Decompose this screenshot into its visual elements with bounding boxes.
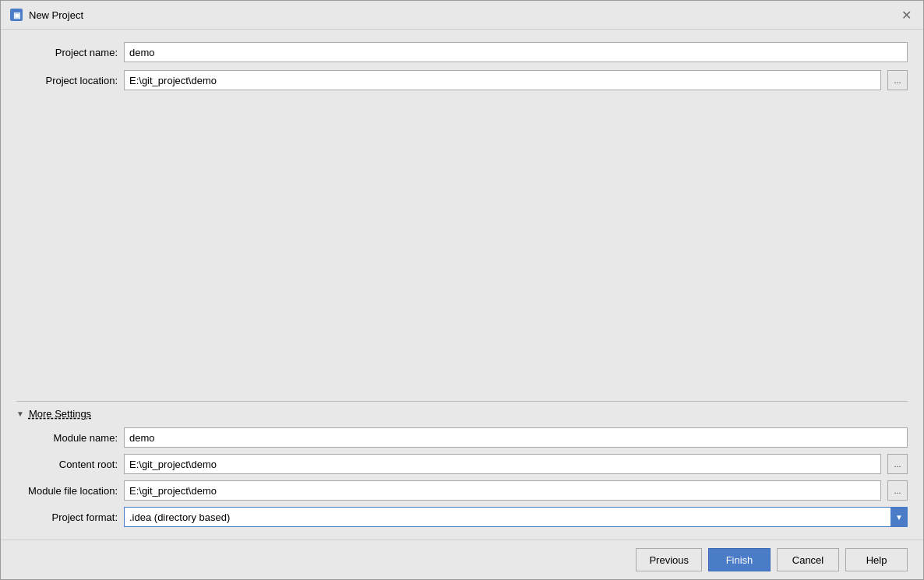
module-file-location-row: Module file location: ...	[16, 480, 908, 501]
content-root-label: Content root:	[16, 459, 118, 470]
module-file-location-label: Module file location:	[16, 485, 118, 497]
project-format-label: Project format:	[16, 511, 118, 523]
project-location-input[interactable]	[124, 70, 881, 90]
more-settings-section: ▼ More Settings Module name: Content roo…	[16, 401, 908, 527]
close-button[interactable]: ✕	[898, 7, 914, 23]
content-root-input[interactable]	[124, 454, 881, 474]
cancel-button[interactable]: Cancel	[777, 548, 839, 571]
previous-button[interactable]: Previous	[636, 548, 702, 571]
project-name-row: Project name:	[16, 42, 908, 62]
module-file-location-browse-button[interactable]: ...	[887, 480, 908, 501]
dialog-title: New Project	[29, 9, 83, 21]
project-format-select-wrapper: .idea (directory based) ▼	[124, 507, 908, 527]
title-bar-left: ▣ New Project	[10, 9, 83, 21]
content-root-browse-button[interactable]: ...	[887, 454, 908, 474]
more-settings-label: More Settings	[29, 408, 91, 420]
module-file-location-input[interactable]	[124, 480, 881, 501]
help-button[interactable]: Help	[845, 548, 908, 571]
module-name-row: Module name:	[16, 427, 908, 448]
content-spacer	[16, 98, 908, 393]
module-name-input[interactable]	[124, 427, 908, 448]
dialog-icon: ▣	[10, 9, 23, 21]
more-settings-header[interactable]: ▼ More Settings	[16, 408, 908, 427]
project-location-label: Project location:	[16, 75, 118, 86]
project-name-label: Project name:	[16, 47, 118, 58]
project-format-select[interactable]: .idea (directory based)	[124, 507, 908, 527]
more-settings-content: Module name: Content root: ... Module fi…	[16, 427, 908, 527]
dialog-content: Project name: Project location: ... ▼ Mo…	[1, 30, 923, 540]
new-project-dialog: ▣ New Project ✕ Project name: Project lo…	[0, 0, 924, 580]
dialog-footer: Previous Finish Cancel Help	[1, 540, 923, 579]
module-name-label: Module name:	[16, 432, 118, 444]
triangle-icon: ▼	[16, 410, 24, 418]
finish-button[interactable]: Finish	[708, 548, 771, 571]
project-location-row: Project location: ...	[16, 70, 908, 90]
project-name-input[interactable]	[124, 42, 908, 62]
content-root-row: Content root: ...	[16, 454, 908, 474]
title-bar: ▣ New Project ✕	[1, 1, 923, 30]
project-location-browse-button[interactable]: ...	[887, 70, 908, 90]
project-format-row: Project format: .idea (directory based) …	[16, 507, 908, 527]
